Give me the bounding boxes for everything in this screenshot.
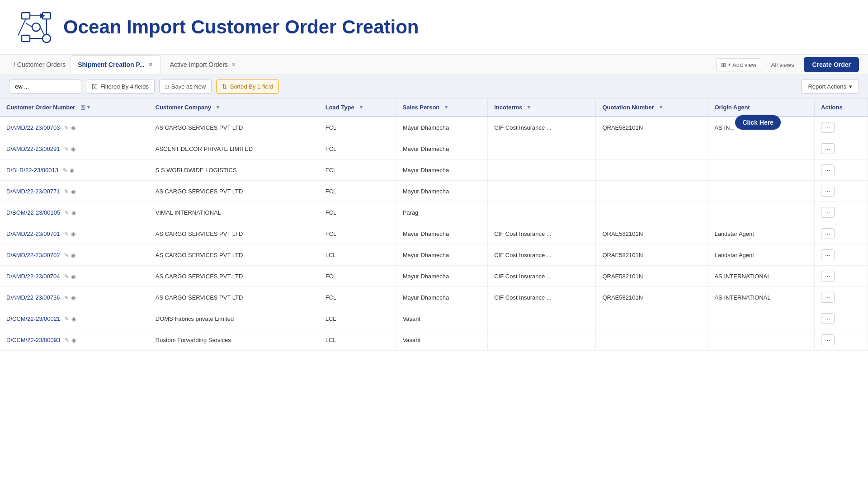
cell-incoterms: CIF Cost Insurance ... — [488, 287, 596, 308]
cell-origin-agent — [708, 202, 815, 223]
tab-shipment-close[interactable]: ✕ — [148, 61, 153, 68]
cell-quotation-number — [596, 181, 708, 202]
col-filter-icon: ⚿ — [80, 105, 85, 110]
edit-icon[interactable]: ✎ — [64, 295, 69, 301]
edit-icon[interactable]: ✎ — [65, 316, 69, 322]
cell-order-number: D/AMD/22-23/00771 ✎ ◉ — [0, 181, 149, 202]
edit-icon[interactable]: ✎ — [65, 337, 69, 343]
cell-origin-agent — [708, 308, 815, 329]
cell-actions: ··· — [814, 329, 868, 351]
create-order-button[interactable]: Create Order — [804, 57, 859, 72]
cell-sales-person: Mayur Dhamecha — [396, 160, 488, 181]
report-actions-button[interactable]: Report Actions ▾ — [801, 80, 859, 94]
cell-incoterms — [488, 138, 596, 160]
broadcast-icon[interactable]: ◉ — [71, 125, 75, 131]
row-actions-button[interactable]: ··· — [821, 271, 835, 282]
cell-load-type: FCL — [319, 266, 396, 287]
cell-origin-agent: Landstar Agent — [708, 244, 815, 266]
order-number-link[interactable]: D/BLR/22-23/00013 — [6, 167, 58, 174]
broadcast-icon[interactable]: ◉ — [71, 295, 75, 301]
broadcast-icon[interactable]: ◉ — [71, 188, 75, 195]
cell-actions: ··· — [814, 138, 868, 160]
cell-customer-company: AS CARGO SERVICES PVT LTD — [149, 223, 319, 244]
cell-origin-agent: AS INTERNATIONAL — [708, 266, 815, 287]
add-view-button[interactable]: ⊞ + Add view — [716, 58, 761, 71]
edit-icon[interactable]: ✎ — [64, 273, 69, 280]
order-number-link[interactable]: D/AMD/22-23/00703 — [6, 124, 60, 131]
save-label: Save as New — [171, 83, 206, 90]
order-number-link[interactable]: D/CCM/22-23/00021 — [6, 315, 60, 322]
sorted-by-button[interactable]: ⇅ Sorted By 1 field — [216, 80, 278, 94]
row-actions-button[interactable]: ··· — [821, 228, 835, 239]
order-number-link[interactable]: D/AMD/22-23/00702 — [6, 252, 60, 258]
row-actions-button[interactable]: ··· — [821, 313, 835, 324]
col-header-sales-person[interactable]: Sales Person ▾ — [396, 99, 488, 117]
edit-icon[interactable]: ✎ — [64, 188, 69, 195]
save-as-new-button[interactable]: □ Save as New — [159, 80, 212, 94]
broadcast-icon[interactable]: ◉ — [71, 146, 75, 152]
edit-icon[interactable]: ✎ — [64, 146, 69, 152]
cell-customer-company: Rustom Forwarding Services — [149, 329, 319, 351]
header-icon — [18, 9, 54, 45]
cell-order-number: D/AMD/22-23/00736 ✎ ◉ — [0, 287, 149, 308]
order-number-link[interactable]: D/CCM/22-23/00093 — [6, 337, 60, 343]
filter-icon: ⚿ — [92, 83, 98, 90]
order-number-link[interactable]: D/AMD/22-23/00736 — [6, 294, 60, 301]
add-view-label: + Add view — [728, 61, 756, 68]
tab-shipment-creation[interactable]: Shipment Creation P... ✕ — [70, 55, 160, 74]
svg-point-4 — [32, 23, 40, 31]
col-header-customer-company[interactable]: Customer Company ▾ — [149, 99, 319, 117]
cell-load-type: FCL — [319, 223, 396, 244]
row-actions-button[interactable]: ··· — [821, 292, 835, 303]
svg-line-9 — [26, 23, 32, 27]
cell-actions: ··· — [814, 117, 868, 138]
broadcast-icon[interactable]: ◉ — [71, 337, 76, 343]
col-header-incoterms[interactable]: Incoterms ▾ — [488, 99, 596, 117]
broadcast-icon[interactable]: ◉ — [70, 167, 74, 174]
table-row: D/AMD/22-23/00703 ✎ ◉ AS CARGO SERVICES … — [0, 117, 868, 138]
broadcast-icon[interactable]: ◉ — [71, 273, 75, 280]
order-number-link[interactable]: D/AMD/22-23/00291 — [6, 145, 60, 152]
row-actions-button[interactable]: ··· — [821, 186, 835, 197]
edit-icon[interactable]: ✎ — [64, 231, 69, 237]
col-header-quotation-number[interactable]: Quotation Number ▾ — [596, 99, 708, 117]
broadcast-icon[interactable]: ◉ — [71, 231, 75, 237]
col-header-load-type[interactable]: Load Type ▾ — [319, 99, 396, 117]
edit-icon[interactable]: ✎ — [64, 125, 69, 131]
tab-active-import-orders[interactable]: Active Import Orders ✕ — [162, 55, 244, 74]
all-views-button[interactable]: All views — [767, 59, 799, 71]
broadcast-icon[interactable]: ◉ — [71, 252, 75, 258]
order-number-link[interactable]: D/AMD/22-23/00704 — [6, 273, 60, 280]
filter-button[interactable]: ⚿ Filtered By 4 fields — [86, 80, 155, 94]
orders-table: Customer Order Number ⚿ ▾ Customer Compa… — [0, 99, 868, 351]
row-actions-button[interactable]: ··· — [821, 143, 835, 154]
cell-incoterms: CIF Cost Insurance ... — [488, 223, 596, 244]
breadcrumb-customer-orders[interactable]: / Customer Orders — [9, 55, 70, 75]
broadcast-icon[interactable]: ◉ — [71, 316, 76, 322]
col-header-order-number[interactable]: Customer Order Number ⚿ ▾ — [0, 99, 149, 117]
search-input[interactable] — [9, 80, 81, 94]
row-actions-button[interactable]: ··· — [821, 164, 835, 175]
cell-actions: ··· — [814, 266, 868, 287]
tab-import-close[interactable]: ✕ — [231, 61, 236, 68]
row-actions-button[interactable]: ··· — [821, 249, 835, 260]
cell-quotation-number: QRAE582101N — [596, 117, 708, 138]
cell-actions: ··· — [814, 202, 868, 223]
cell-incoterms: CIF Cost Insurance ... — [488, 117, 596, 138]
click-here-tooltip-inline[interactable]: Click Here — [735, 115, 780, 130]
row-actions-button[interactable]: ··· — [821, 122, 835, 133]
order-number-link[interactable]: D/AMD/22-23/00701 — [6, 230, 60, 237]
order-number-link[interactable]: D/AMD/22-23/00771 — [6, 188, 60, 195]
cell-sales-person: Mayur Dhamecha — [396, 223, 488, 244]
order-number-link[interactable]: D/BOM/22-23/00105 — [6, 209, 60, 216]
broadcast-icon[interactable]: ◉ — [71, 210, 76, 216]
edit-icon[interactable]: ✎ — [64, 252, 69, 258]
row-actions-button[interactable]: ··· — [821, 334, 835, 345]
edit-icon[interactable]: ✎ — [63, 167, 67, 174]
cell-load-type: FCL — [319, 117, 396, 138]
col-header-origin-agent[interactable]: Origin Agent — [708, 99, 815, 117]
edit-icon[interactable]: ✎ — [65, 210, 69, 216]
row-actions-button[interactable]: ··· — [821, 207, 835, 218]
view-actions: ⊞ + Add view All views Create Order — [716, 57, 859, 72]
cell-sales-person: Vasant — [396, 329, 488, 351]
